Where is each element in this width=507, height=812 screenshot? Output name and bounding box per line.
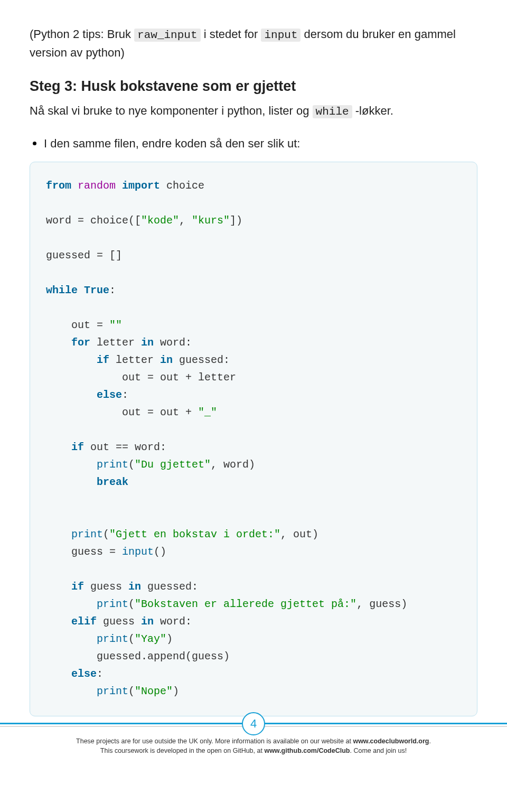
kw-in-4: in	[141, 615, 154, 628]
bullet-item: I den samme filen, endre koden så den se…	[30, 135, 477, 152]
str-allerede: "Bokstaven er allerede gjettet på:"	[135, 598, 356, 610]
chip-raw-input: raw_input	[134, 29, 200, 42]
line-out-us-pre: out = out +	[46, 406, 198, 418]
footer-url-2: www.github.com/CodeClub	[264, 747, 350, 754]
kw-for: for	[71, 337, 90, 349]
step-heading: Steg 3: Husk bokstavene som er gjettet	[30, 78, 477, 95]
bullet-text: I den samme filen, endre koden så den se…	[44, 135, 300, 152]
line-out-letter: out = out + letter	[46, 371, 236, 384]
kw-break: break	[97, 476, 128, 488]
kw-in: in	[141, 337, 154, 349]
kw-if-3: if	[71, 581, 84, 593]
line-out-empty: out =	[46, 319, 109, 331]
bullet-dot-icon	[33, 142, 36, 145]
str-empty: ""	[109, 319, 122, 331]
str-du-gjettet: "Du gjettet"	[135, 459, 211, 471]
if-guess: guess	[84, 581, 128, 593]
kw-if-2: if	[71, 441, 84, 453]
if-guessed: guessed:	[173, 354, 230, 366]
colon-2: :	[122, 389, 128, 401]
fn-print-2: print	[71, 528, 103, 540]
tip-text-pre: (Python 2 tips: Bruk	[30, 27, 134, 41]
footer-line2a: This coursework is developed in the open…	[100, 747, 265, 754]
fn-print-5: print	[97, 685, 128, 697]
line-word: word = choice([	[46, 214, 141, 227]
line-guessed: guessed = []	[46, 249, 122, 262]
intro-post: -løkker.	[352, 104, 393, 117]
kw-in-2: in	[160, 354, 173, 366]
line-guess-pre: guess =	[46, 546, 122, 558]
str-underscore: "_"	[198, 406, 217, 418]
page-footer: 4 These projects are for use outside the…	[0, 723, 507, 765]
kw-import: import	[122, 180, 160, 192]
str-gjett: "Gjett en bokstav i ordet:"	[109, 528, 280, 540]
str-kode: "kode"	[141, 214, 179, 227]
str-yay: "Yay"	[135, 633, 166, 645]
for-word: word:	[154, 337, 192, 349]
kw-in-3: in	[128, 581, 141, 593]
fn-print-1: print	[97, 459, 128, 471]
if-letter: letter	[109, 354, 160, 366]
kw-if: if	[97, 354, 109, 366]
open2: (	[103, 528, 109, 540]
line-guess-post: ()	[154, 546, 166, 558]
close4: )	[166, 633, 173, 645]
elif-word: word:	[154, 615, 192, 628]
rest1: , word)	[211, 459, 255, 471]
kw-while: while	[46, 284, 78, 296]
id-choice: choice	[166, 180, 204, 192]
rest2: , out)	[280, 528, 318, 540]
kw-else: else	[97, 389, 122, 401]
comma: ,	[179, 214, 192, 227]
for-letter: letter	[90, 337, 141, 349]
line-append: guessed.append(guess)	[46, 650, 230, 662]
python2-tip: (Python 2 tips: Bruk raw_input i stedet …	[30, 25, 477, 61]
open1: (	[128, 459, 135, 471]
footer-line2c: . Come and join us!	[350, 747, 407, 754]
fn-print-3: print	[97, 598, 128, 610]
fn-print-4: print	[97, 633, 128, 645]
str-nope: "Nope"	[135, 685, 173, 697]
if-out-word: out == word:	[84, 441, 166, 453]
close5: )	[173, 685, 179, 697]
intro-pre: Nå skal vi bruke to nye komponenter i py…	[30, 104, 313, 117]
footer-line1c: .	[429, 738, 430, 745]
elif-guess: guess	[97, 615, 141, 628]
str-kurs: "kurs"	[192, 214, 230, 227]
mod-random: random	[78, 180, 116, 192]
rest3: , guess)	[356, 598, 407, 610]
end-br: ])	[230, 214, 242, 227]
open5: (	[128, 685, 135, 697]
kw-elif: elif	[71, 615, 97, 628]
footer-line1a: These projects are for use outside the U…	[76, 738, 353, 745]
tip-text-mid: i stedet for	[201, 27, 261, 41]
intro-para: Nå skal vi bruke to nye komponenter i py…	[30, 102, 477, 120]
if-guessed-2: guessed:	[141, 581, 198, 593]
colon-3: :	[97, 668, 103, 680]
page-number: 4	[242, 712, 265, 735]
footer-url-1: www.codeclubworld.org	[353, 738, 429, 745]
kw-from: from	[46, 180, 71, 192]
chip-input: input	[261, 29, 301, 42]
chip-while: while	[313, 105, 352, 118]
open4: (	[128, 633, 135, 645]
kw-else-2: else	[71, 668, 97, 680]
fn-input: input	[122, 546, 154, 558]
open3: (	[128, 598, 135, 610]
colon: :	[109, 284, 116, 296]
code-block: from random import choice word = choice(…	[30, 162, 477, 716]
kw-true: True	[84, 284, 109, 296]
